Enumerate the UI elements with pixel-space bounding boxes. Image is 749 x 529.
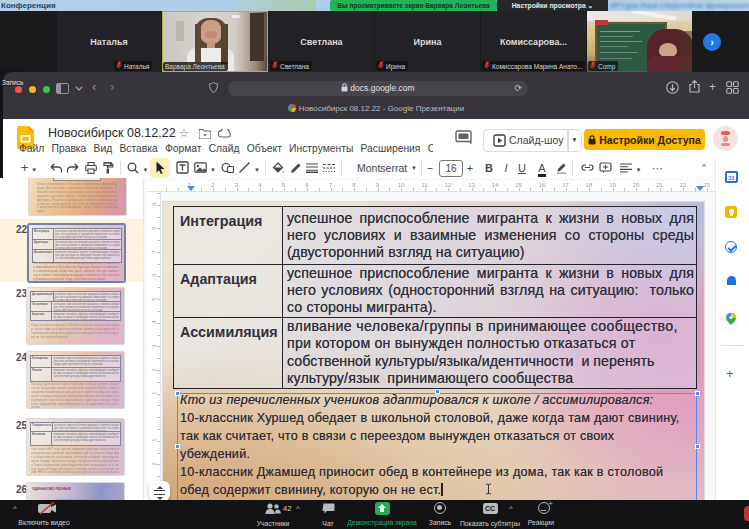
svg-text:31: 31: [728, 175, 735, 181]
